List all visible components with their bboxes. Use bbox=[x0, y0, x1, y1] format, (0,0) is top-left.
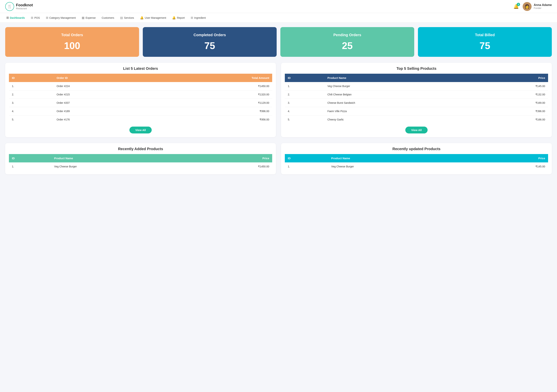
stat-card-completed-orders: Completed Orders 75 bbox=[143, 27, 277, 57]
table-row: 2. Chili Cheese Belgian ₹132.00 bbox=[285, 90, 548, 99]
recently-added-col-price: Price bbox=[190, 154, 272, 163]
stat-value-total-orders: 100 bbox=[64, 40, 80, 51]
stat-label-pending-orders: Pending Orders bbox=[333, 33, 361, 37]
cell-id: 3. bbox=[9, 99, 54, 107]
header-right: 🔔 3 👩 Anna Adame Fonder bbox=[513, 2, 552, 11]
report-icon: 🔔 bbox=[172, 16, 176, 19]
nav-item-report[interactable]: 🔔 Report bbox=[170, 15, 187, 21]
table-row: 1. Veg Cheese Burger ₹145.00 bbox=[285, 163, 548, 171]
stat-value-pending-orders: 25 bbox=[342, 40, 353, 51]
top-products-section: Top 5 Selling Products ID Product Name P… bbox=[281, 63, 552, 137]
nav-item-expense[interactable]: ▦ Expense bbox=[79, 15, 98, 21]
stat-label-total-orders: Total Orders bbox=[61, 33, 83, 37]
table-row: 1. Veg Cheese Burger ₹145.00 bbox=[285, 82, 548, 90]
cell-price: ₹132.00 bbox=[477, 90, 548, 99]
cell-amount: ₹1129.00 bbox=[151, 99, 272, 107]
nav-item-pos[interactable]: ⊞ POS bbox=[28, 15, 42, 21]
stat-label-total-billed: Total Billed bbox=[475, 33, 495, 37]
brand-name: Foodknot bbox=[16, 3, 33, 7]
nav-item-services[interactable]: ▤ Services bbox=[117, 15, 137, 21]
nav-label-customers: Customers bbox=[102, 16, 114, 19]
nav-item-ingredient[interactable]: ⊞ Ingredient bbox=[188, 15, 208, 21]
cell-name: Veg Cheese Burger bbox=[51, 163, 190, 171]
bottom-tables-row: Recently Added Products ID Product Name … bbox=[5, 143, 552, 174]
stat-value-total-billed: 75 bbox=[480, 40, 490, 51]
stat-card-total-billed: Total Billed 75 bbox=[418, 27, 552, 57]
cell-amount: ₹1320.00 bbox=[151, 90, 272, 99]
table-row: 5. Cheesy Garlic ₹166.00 bbox=[285, 115, 548, 124]
top-products-view-all-button[interactable]: View All bbox=[405, 127, 428, 133]
cell-amount: ₹996.00 bbox=[151, 107, 272, 115]
top-products-col-name: Product Name bbox=[324, 74, 477, 82]
brand-sub: Restaurant bbox=[16, 7, 33, 10]
logo-area: 🍴 Foodknot Restaurant bbox=[5, 2, 33, 11]
stat-label-completed-orders: Completed Orders bbox=[193, 33, 226, 37]
cell-name: Chili Cheese Belgian bbox=[324, 90, 477, 99]
user-role: Fonder bbox=[534, 7, 552, 9]
recently-updated-col-name: Product Name bbox=[328, 154, 471, 163]
nav-label-ingredient: Ingredient bbox=[194, 16, 206, 19]
stat-card-pending-orders: Pending Orders 25 bbox=[280, 27, 414, 57]
cell-order-id: Order #224 bbox=[54, 82, 152, 90]
cell-name: Faem Ville Pizza bbox=[324, 107, 477, 115]
pos-icon: ⊞ bbox=[31, 16, 33, 19]
cell-price: ₹145.00 bbox=[471, 163, 548, 171]
cell-id: 1. bbox=[9, 82, 54, 90]
header: 🍴 Foodknot Restaurant 🔔 3 👩 Anna Adame F… bbox=[0, 0, 557, 13]
notification-bell[interactable]: 🔔 3 bbox=[513, 4, 519, 9]
table-row: 1. Order #224 ₹1450.00 bbox=[9, 82, 272, 90]
main-content: Total Orders 100 Completed Orders 75 Pen… bbox=[0, 23, 557, 179]
table-row: 4. Faem Ville Pizza ₹396.00 bbox=[285, 107, 548, 115]
recently-updated-section: Recently updated Products ID Product Nam… bbox=[281, 143, 552, 174]
nav-label-user-mgmt: User Management bbox=[145, 16, 166, 19]
latest-orders-view-all-row: View All bbox=[9, 127, 272, 133]
dashboards-icon: ⊞ bbox=[6, 16, 9, 19]
notification-badge: 3 bbox=[517, 3, 520, 6]
cell-name: Veg Cheese Burger bbox=[328, 163, 471, 171]
cell-price: ₹1450.00 bbox=[190, 163, 272, 171]
cell-id: 2. bbox=[285, 90, 324, 99]
logo-icon: 🍴 bbox=[5, 2, 14, 11]
cell-id: 4. bbox=[285, 107, 324, 115]
stats-row: Total Orders 100 Completed Orders 75 Pen… bbox=[5, 27, 552, 57]
recently-updated-title: Recently updated Products bbox=[285, 147, 548, 151]
cell-order-id: Order #215 bbox=[54, 90, 152, 99]
nav-item-customers[interactable]: Customers bbox=[99, 15, 117, 20]
recently-added-table: ID Product Name Price 1. Veg Cheese Burg… bbox=[9, 154, 272, 171]
nav-label-pos: POS bbox=[34, 16, 40, 19]
expense-icon: ▦ bbox=[82, 16, 84, 19]
stat-card-total-orders: Total Orders 100 bbox=[5, 27, 139, 57]
latest-orders-view-all-button[interactable]: View All bbox=[129, 127, 152, 133]
recently-updated-col-id: ID bbox=[285, 154, 328, 163]
avatar: 👩 bbox=[523, 2, 532, 11]
top-products-tbody: 1. Veg Cheese Burger ₹145.00 2. Chili Ch… bbox=[285, 82, 548, 124]
cell-name: Cheesy Garlic bbox=[324, 115, 477, 124]
cell-id: 3. bbox=[285, 99, 324, 107]
latest-orders-col-id: ID bbox=[9, 74, 54, 82]
cell-id: 1. bbox=[285, 82, 324, 90]
latest-orders-title: List 5 Latest Orders bbox=[9, 66, 272, 71]
cell-order-id: Order #176 bbox=[54, 115, 152, 124]
category-icon: ⊞ bbox=[46, 16, 48, 19]
user-info: Anna Adame Fonder bbox=[534, 3, 552, 9]
latest-orders-tbody: 1. Order #224 ₹1450.00 2. Order #215 ₹13… bbox=[9, 82, 272, 124]
top-products-view-all-row: View All bbox=[285, 127, 548, 133]
recently-added-thead: ID Product Name Price bbox=[9, 154, 272, 163]
stat-value-completed-orders: 75 bbox=[205, 40, 215, 51]
top-tables-row: List 5 Latest Orders ID Order ID Total A… bbox=[5, 63, 552, 137]
nav-label-category: Category Management bbox=[49, 16, 76, 19]
table-row: 2. Order #215 ₹1320.00 bbox=[9, 90, 272, 99]
table-row: 4. Order #189 ₹996.00 bbox=[9, 107, 272, 115]
cell-amount: ₹1450.00 bbox=[151, 82, 272, 90]
cell-id: 5. bbox=[285, 115, 324, 124]
nav-label-expense: Expense bbox=[86, 16, 96, 19]
logo-text: Foodknot Restaurant bbox=[16, 3, 33, 10]
table-row: 1. Veg Cheese Burger ₹1450.00 bbox=[9, 163, 272, 171]
nav-item-category[interactable]: ⊞ Category Management bbox=[43, 15, 78, 21]
nav-item-user-mgmt[interactable]: 🔔 User Management bbox=[137, 15, 169, 21]
cell-price: ₹396.00 bbox=[477, 107, 548, 115]
recently-updated-tbody: 1. Veg Cheese Burger ₹145.00 bbox=[285, 163, 548, 171]
cell-id: 2. bbox=[9, 90, 54, 99]
nav-item-dashboards[interactable]: ⊞ Dashboards bbox=[4, 15, 27, 21]
cell-price: ₹145.00 bbox=[477, 82, 548, 90]
